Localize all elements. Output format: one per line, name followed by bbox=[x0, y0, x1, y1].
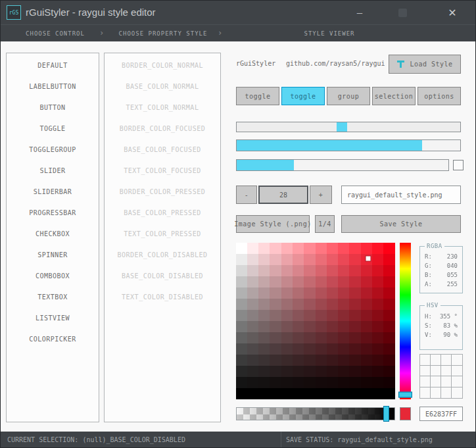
hsv-row-h: H: 355 ° bbox=[425, 312, 458, 322]
image-style-button[interactable]: Image Style (.png) bbox=[236, 215, 310, 233]
demo-toggle-group: toggle toggle group selection options bbox=[236, 87, 461, 105]
list-item-progressbar[interactable]: PROGRESSBAR bbox=[7, 202, 99, 223]
list-item-text-color-pressed[interactable]: TEXT_COLOR_PRESSED bbox=[105, 223, 220, 244]
list-item-border-color-focused[interactable]: BORDER_COLOR_FOCUSED bbox=[105, 118, 220, 139]
section-bar: CHOOSE CONTROL › CHOOSE PROPERTY STYLE ›… bbox=[1, 24, 475, 41]
hsv-h-value: 355 ° bbox=[440, 312, 458, 322]
list-item-colorpicker[interactable]: COLORPICKER bbox=[7, 328, 99, 349]
list-item-base-color-pressed[interactable]: BASE_COLOR_PRESSED bbox=[105, 202, 220, 223]
list-item-border-color-disabled[interactable]: BORDER_COLOR_DISABLED bbox=[105, 244, 220, 265]
list-item-combobox[interactable]: COMBOBOX bbox=[7, 265, 99, 286]
palette-cell[interactable] bbox=[441, 387, 452, 399]
hsv-row-s: S: 83 % bbox=[425, 322, 458, 331]
palette-cell[interactable] bbox=[420, 355, 431, 366]
statusbar-divider bbox=[281, 432, 281, 448]
palette-cell[interactable] bbox=[420, 366, 431, 377]
palette-cell[interactable] bbox=[452, 355, 462, 366]
statusbar: CURRENT SELECTION: (null)_BASE_COLOR_DIS… bbox=[1, 432, 475, 448]
palette-cell[interactable] bbox=[452, 366, 462, 377]
palette-cell[interactable] bbox=[420, 387, 431, 399]
hue-handle[interactable] bbox=[398, 391, 412, 397]
demo-progressbar[interactable] bbox=[236, 139, 461, 151]
list-item-toggle[interactable]: TOGGLE bbox=[7, 118, 99, 139]
hsv-s-value: 83 % bbox=[443, 322, 458, 331]
spinner-plus-button[interactable]: + bbox=[310, 186, 332, 204]
demo-slider[interactable] bbox=[236, 122, 461, 132]
section-choose-control: CHOOSE CONTROL bbox=[26, 25, 85, 42]
controls-list: DEFAULT LABELBUTTON BUTTON TOGGLE TOGGLE… bbox=[6, 53, 99, 422]
color-sv-panel[interactable] bbox=[236, 243, 395, 399]
list-item-textbox[interactable]: TEXTBOX bbox=[7, 286, 99, 307]
rgba-g-label: G: bbox=[425, 262, 432, 271]
rgba-b-value: 055 bbox=[447, 271, 458, 280]
palette-cell[interactable] bbox=[441, 355, 452, 366]
section-style-viewer: STYLE VIEWER bbox=[304, 25, 354, 42]
sv-cursor[interactable] bbox=[366, 256, 370, 261]
list-item-border-color-pressed[interactable]: BORDER_COLOR_PRESSED bbox=[105, 181, 220, 202]
list-item-border-color-normal[interactable]: BORDER_COLOR_NORMAL bbox=[105, 55, 220, 76]
palette-cell[interactable] bbox=[431, 387, 441, 399]
palette-cell[interactable] bbox=[441, 366, 452, 377]
list-item-text-color-focused[interactable]: TEXT_COLOR_FOCUSED bbox=[105, 160, 220, 181]
rgba-row-g: G: 040 bbox=[425, 262, 458, 271]
alpha-handle[interactable] bbox=[383, 406, 389, 422]
hsv-panel-title: HSV bbox=[425, 302, 440, 309]
app-icon-label: rGS bbox=[9, 10, 18, 16]
list-item-base-color-normal[interactable]: BASE_COLOR_NORMAL bbox=[105, 76, 220, 97]
repo-link[interactable]: github.com/raysan5/raygui bbox=[286, 60, 385, 67]
palette-cell[interactable] bbox=[431, 366, 441, 377]
palette-cell[interactable] bbox=[431, 355, 441, 366]
toggle-button-1[interactable]: toggle bbox=[236, 87, 279, 105]
list-item-text-color-disabled[interactable]: TEXT_COLOR_DISABLED bbox=[105, 286, 220, 307]
list-item-togglegroup[interactable]: TOGGLEGROUP bbox=[7, 139, 99, 160]
minimize-icon: — bbox=[357, 7, 362, 18]
palette-cell[interactable] bbox=[420, 376, 431, 387]
load-style-button[interactable]: Load Style bbox=[389, 55, 461, 74]
list-item-base-color-focused[interactable]: BASE_COLOR_FOCUSED bbox=[105, 139, 220, 160]
list-item-text-color-normal[interactable]: TEXT_COLOR_NORMAL bbox=[105, 97, 220, 118]
status-current-selection: CURRENT SELECTION: (null)_BASE_COLOR_DIS… bbox=[7, 432, 185, 448]
rgba-a-value: 255 bbox=[447, 280, 458, 289]
palette-cell[interactable] bbox=[452, 387, 462, 399]
list-item-button[interactable]: BUTTON bbox=[7, 97, 99, 118]
maximize-button[interactable] bbox=[391, 1, 414, 24]
ratio-button[interactable]: 1/4 bbox=[315, 215, 335, 233]
window-title: rGuiStyler - raygui style editor bbox=[26, 1, 156, 24]
palette-cell[interactable] bbox=[431, 376, 441, 387]
spinner-value-box[interactable]: 28 bbox=[258, 186, 308, 204]
hex-value-box[interactable]: E62837FF bbox=[419, 407, 463, 421]
toggle-button-2-active[interactable]: toggle bbox=[281, 87, 325, 105]
spinner-minus-button[interactable]: - bbox=[236, 186, 257, 204]
close-button[interactable]: ✕ bbox=[441, 1, 464, 24]
toggle-button-selection[interactable]: selection bbox=[372, 87, 416, 105]
slider-handle[interactable] bbox=[337, 122, 347, 132]
rgba-row-a: A: 255 bbox=[425, 280, 458, 289]
maximize-icon bbox=[398, 9, 407, 17]
demo-sliderbar[interactable] bbox=[236, 159, 449, 171]
list-item-slider[interactable]: SLIDER bbox=[7, 160, 99, 181]
minimize-button[interactable]: — bbox=[348, 1, 371, 24]
list-item-labelbutton[interactable]: LABELBUTTON bbox=[7, 76, 99, 97]
brand-label: rGuiStyler bbox=[236, 60, 275, 67]
list-item-base-color-disabled[interactable]: BASE_COLOR_DISABLED bbox=[105, 265, 220, 286]
section-separator-icon: › bbox=[218, 25, 222, 42]
toggle-button-group[interactable]: group bbox=[327, 87, 370, 105]
palette-cell[interactable] bbox=[452, 376, 462, 387]
toggle-button-options[interactable]: options bbox=[417, 87, 461, 105]
demo-checkbox[interactable] bbox=[453, 160, 464, 170]
section-separator-icon: › bbox=[99, 25, 104, 42]
list-item-listview[interactable]: LISTVIEW bbox=[7, 307, 99, 328]
hue-bar[interactable] bbox=[400, 243, 411, 399]
list-item-default[interactable]: DEFAULT bbox=[7, 55, 99, 76]
list-item-checkbox[interactable]: CHECKBOX bbox=[7, 223, 99, 244]
filename-textbox[interactable]: raygui_default_style.png bbox=[341, 186, 461, 204]
alpha-bar[interactable] bbox=[236, 407, 395, 420]
save-style-button[interactable]: Save Style bbox=[341, 215, 461, 233]
hsv-h-label: H: bbox=[425, 312, 432, 322]
load-style-icon bbox=[396, 60, 405, 68]
titlebar: rGS rGuiStyler - raygui style editor — ✕ bbox=[1, 1, 475, 24]
list-item-sliderbar[interactable]: SLIDERBAR bbox=[7, 181, 99, 202]
hsv-v-value: 90 % bbox=[443, 331, 458, 340]
palette-cell[interactable] bbox=[441, 376, 452, 387]
list-item-spinner[interactable]: SPINNER bbox=[7, 244, 99, 265]
